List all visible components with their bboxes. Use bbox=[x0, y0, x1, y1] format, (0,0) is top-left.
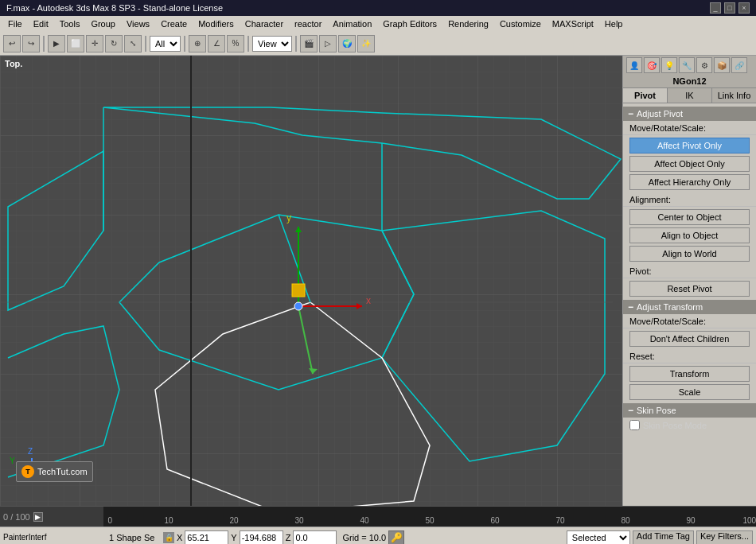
panel-icon-hierarchy[interactable]: 👤 bbox=[626, 57, 642, 73]
title-bar-controls: _ □ × bbox=[710, 2, 750, 14]
affect-hierarchy-only-button[interactable]: Affect Hierarchy Only bbox=[629, 174, 750, 190]
pivot-label: Pivot: bbox=[623, 264, 756, 278]
panel-icon-5[interactable]: ⚙ bbox=[696, 57, 712, 73]
undo-button[interactable]: ↩ bbox=[3, 35, 21, 52]
key-filters-button[interactable]: Key Filters... bbox=[696, 530, 753, 545]
affect-pivot-only-button[interactable]: Affect Pivot Only bbox=[629, 138, 750, 153]
watermark-icon: T bbox=[21, 465, 34, 478]
menu-customize[interactable]: Customize bbox=[495, 18, 546, 29]
panel-icon-motion[interactable]: 🎯 bbox=[644, 57, 660, 73]
menu-group[interactable]: Group bbox=[86, 18, 120, 29]
watermark-text: TechTut.com bbox=[37, 467, 88, 476]
reset-pivot-button[interactable]: Reset Pivot bbox=[629, 281, 750, 297]
toolbar-separator-3 bbox=[184, 36, 185, 52]
menu-reactor[interactable]: reactor bbox=[290, 18, 326, 29]
menu-views[interactable]: Views bbox=[122, 18, 154, 29]
align-to-object-button[interactable]: Align to Object bbox=[629, 227, 750, 243]
bottom-bar: PainterInterf 1 Shape Se 🔒 X Y Z Grid = … bbox=[0, 527, 756, 544]
close-button[interactable]: × bbox=[738, 2, 750, 14]
grid-canvas: y x bbox=[0, 56, 622, 506]
svg-text:Y: Y bbox=[10, 457, 15, 465]
menu-rendering[interactable]: Rendering bbox=[443, 18, 493, 29]
panel-icon-utilities[interactable]: 🔧 bbox=[679, 57, 695, 73]
menu-create[interactable]: Create bbox=[156, 18, 192, 29]
main-layout: Top. bbox=[0, 56, 756, 506]
move-button[interactable]: ✛ bbox=[86, 35, 103, 52]
y-input[interactable] bbox=[240, 530, 283, 545]
menu-character[interactable]: Character bbox=[240, 18, 288, 29]
align-to-world-button[interactable]: Align to World bbox=[629, 246, 750, 262]
toolbar-separator-5 bbox=[295, 36, 297, 52]
tab-ik[interactable]: IK bbox=[668, 88, 712, 103]
render-button[interactable]: 🎬 bbox=[300, 35, 318, 52]
menu-animation[interactable]: Animation bbox=[328, 18, 376, 29]
render-type-button[interactable]: ▷ bbox=[319, 35, 337, 52]
x-input[interactable] bbox=[185, 530, 228, 545]
adjust-transform-collapse[interactable]: − bbox=[628, 301, 633, 313]
z-input[interactable] bbox=[293, 530, 337, 545]
timeline-70: 70 bbox=[555, 516, 564, 525]
menu-modifiers[interactable]: Modifiers bbox=[193, 18, 239, 29]
timeline-expand[interactable]: ▶ bbox=[33, 512, 43, 522]
menu-graph-editors[interactable]: Graph Editors bbox=[378, 18, 442, 29]
menu-bar: File Edit Tools Group Views Create Modif… bbox=[0, 16, 756, 32]
center-to-object-button[interactable]: Center to Object bbox=[629, 209, 750, 225]
menu-file[interactable]: File bbox=[3, 18, 27, 29]
skin-pose-checkbox[interactable] bbox=[629, 420, 640, 430]
minimize-button[interactable]: _ bbox=[710, 2, 721, 14]
svg-text:x: x bbox=[366, 295, 371, 306]
filter-select-bottom[interactable]: Selected bbox=[567, 530, 630, 545]
panel-icon-6[interactable]: 📦 bbox=[714, 57, 730, 73]
lock-icon[interactable]: 🔒 bbox=[163, 532, 174, 543]
title-text: F.max - Autodesk 3ds Max 8 SP3 - Stand-a… bbox=[6, 3, 223, 13]
timeline: 0 / 100 ▶ 0 10 20 30 40 50 60 70 80 90 1… bbox=[0, 506, 756, 527]
timeline-100: 100 bbox=[742, 516, 756, 525]
key-icon[interactable]: 🔑 bbox=[388, 530, 404, 545]
view-select[interactable]: View bbox=[252, 36, 292, 52]
menu-edit[interactable]: Edit bbox=[29, 18, 53, 29]
tab-link-info[interactable]: Link Info bbox=[712, 88, 756, 103]
menu-help[interactable]: Help bbox=[600, 18, 628, 29]
rotate-button[interactable]: ↻ bbox=[105, 35, 123, 52]
object-name-header: NGon12 bbox=[623, 75, 756, 88]
percent-snap-button[interactable]: % bbox=[227, 35, 244, 52]
timeline-60: 60 bbox=[490, 516, 499, 525]
timeline-track[interactable]: 0 10 20 30 40 50 60 70 80 90 100 bbox=[103, 507, 756, 527]
adjust-pivot-label: Adjust Pivot bbox=[637, 109, 683, 119]
affect-object-only-button[interactable]: Affect Object Only bbox=[629, 156, 750, 172]
select-button[interactable]: ▶ bbox=[48, 35, 65, 52]
skin-pose-label: Skin Pose bbox=[637, 406, 676, 415]
timeline-30: 30 bbox=[294, 516, 303, 525]
env-button[interactable]: 🌍 bbox=[338, 35, 356, 52]
filter-select[interactable]: All bbox=[150, 36, 181, 52]
panel-icon-display[interactable]: 💡 bbox=[661, 57, 677, 73]
scale-button[interactable]: ⤡ bbox=[124, 35, 142, 52]
adjust-pivot-collapse[interactable]: − bbox=[628, 108, 633, 119]
skin-pose-collapse[interactable]: − bbox=[628, 405, 633, 416]
snap-button[interactable]: ⊕ bbox=[189, 35, 206, 52]
y-label: Y bbox=[231, 533, 236, 542]
svg-text:y: y bbox=[286, 212, 291, 223]
timeline-numbers: 0 10 20 30 40 50 60 70 80 90 100 bbox=[103, 507, 756, 527]
maximize-button[interactable]: □ bbox=[724, 2, 735, 14]
transform-button[interactable]: Transform bbox=[629, 366, 750, 382]
menu-tools[interactable]: Tools bbox=[55, 18, 85, 29]
dont-affect-children-button[interactable]: Don't Affect Children bbox=[629, 331, 750, 347]
effects-button[interactable]: ✨ bbox=[357, 35, 375, 52]
toolbar-separator-1 bbox=[43, 36, 45, 52]
tab-pivot[interactable]: Pivot bbox=[623, 88, 668, 103]
scale-button-panel[interactable]: Scale bbox=[629, 384, 750, 400]
add-time-tag-button[interactable]: Add Time Tag bbox=[633, 530, 694, 545]
toolbar: ↩ ↪ ▶ ⬜ ✛ ↻ ⤡ All ⊕ ∠ % View 🎬 ▷ 🌍 ✨ bbox=[0, 32, 756, 56]
timeline-0: 0 bbox=[107, 516, 112, 525]
redo-button[interactable]: ↪ bbox=[22, 35, 40, 52]
select-region-button[interactable]: ⬜ bbox=[67, 35, 84, 52]
menu-maxscript[interactable]: MAXScript bbox=[548, 18, 598, 29]
skin-pose-checkbox-row: Skin Pose Mode bbox=[623, 418, 756, 433]
panel-icon-7[interactable]: 🔗 bbox=[731, 57, 747, 73]
svg-rect-18 bbox=[292, 284, 305, 297]
viewport[interactable]: Top. bbox=[0, 56, 622, 506]
angle-snap-button[interactable]: ∠ bbox=[208, 35, 225, 52]
toolbar-separator-4 bbox=[247, 36, 249, 52]
timeline-90: 90 bbox=[686, 516, 695, 525]
